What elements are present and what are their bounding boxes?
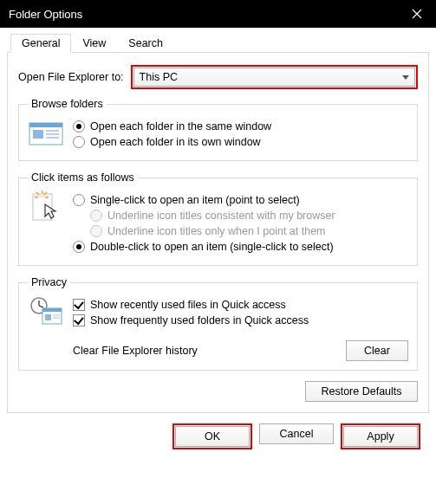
radio-icon [73,194,85,206]
privacy-group: Privacy [18,276,418,371]
open-explorer-value: This PC [140,71,178,83]
close-button[interactable] [397,0,436,28]
close-icon [412,9,422,19]
radio-icon [73,241,85,253]
radio-double-click-label: Double-click to open an item (single-cli… [90,241,334,253]
tab-general[interactable]: General [10,34,71,53]
clear-history-label: Clear File Explorer history [73,345,198,357]
radio-underline-point-label: Underline icon titles only when I point … [107,225,326,237]
radio-double-click[interactable]: Double-click to open an item (single-cli… [73,241,408,253]
open-explorer-highlight: This PC [131,65,418,89]
restore-defaults-button[interactable]: Restore Defaults [305,381,418,402]
click-items-legend: Click items as follows [28,171,138,184]
svg-rect-1 [29,123,62,127]
radio-own-window[interactable]: Open each folder in its own window [73,136,408,148]
folder-window-icon [28,117,64,148]
tab-strip: General View Search [10,34,429,53]
cancel-button[interactable]: Cancel [259,423,334,444]
radio-own-window-label: Open each folder in its own window [90,136,261,148]
checkbox-icon [73,299,85,311]
radio-icon [90,225,102,237]
ok-highlight: OK [172,423,252,449]
svg-rect-12 [42,308,62,312]
click-items-group: Click items as follows Single-click to o… [18,171,418,266]
dialog-footer: OK Cancel Apply [7,413,429,460]
apply-button[interactable]: Apply [343,426,418,447]
radio-icon [73,120,85,132]
apply-highlight: Apply [341,423,420,449]
radio-icon [73,136,85,148]
tab-panel-general: Open File Explorer to: This PC Browse fo… [7,52,429,413]
radio-same-window-label: Open each folder in the same window [90,120,271,132]
open-explorer-row: Open File Explorer to: This PC [18,65,418,89]
svg-rect-13 [45,314,51,320]
browse-folders-group: Browse folders Open each folde [18,98,418,161]
radio-single-click[interactable]: Single-click to open an item (point to s… [73,194,408,206]
tab-view[interactable]: View [71,34,117,53]
privacy-legend: Privacy [28,276,70,288]
dialog-content: General View Search Open File Explorer t… [0,28,436,467]
tab-search[interactable]: Search [117,34,174,53]
title-bar: Folder Options [0,0,436,28]
open-explorer-label: Open File Explorer to: [18,71,124,83]
radio-single-click-label: Single-click to open an item (point to s… [90,194,300,206]
radio-underline-point: Underline icon titles only when I point … [90,225,408,237]
svg-rect-2 [33,130,43,139]
window-title: Folder Options [9,8,82,21]
check-recent-files[interactable]: Show recently used files in Quick access [73,299,408,311]
checkbox-icon [73,314,85,326]
click-cursor-icon [28,191,64,222]
radio-icon [90,210,102,222]
check-frequent-folders-label: Show frequently used folders in Quick ac… [90,314,309,326]
chevron-down-icon [402,75,409,80]
radio-same-window[interactable]: Open each folder in the same window [73,120,408,132]
open-explorer-dropdown[interactable]: This PC [133,68,415,87]
radio-underline-browser-label: Underline icon titles consistent with my… [107,210,335,222]
check-frequent-folders[interactable]: Show frequently used folders in Quick ac… [73,314,408,326]
check-recent-files-label: Show recently used files in Quick access [90,299,286,311]
clear-button[interactable]: Clear [346,340,408,361]
browse-folders-legend: Browse folders [28,98,107,110]
ok-button[interactable]: OK [175,426,250,447]
privacy-history-icon [28,295,64,326]
radio-underline-browser: Underline icon titles consistent with my… [90,210,408,222]
